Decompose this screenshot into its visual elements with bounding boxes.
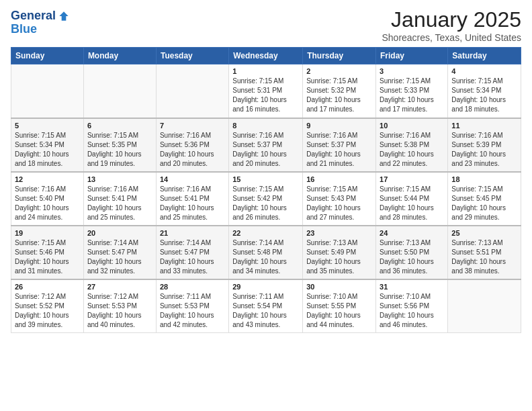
day-info: Sunrise: 7:14 AMSunset: 5:48 PMDaylight:… (232, 238, 299, 276)
day-info: Sunrise: 7:15 AMSunset: 5:42 PMDaylight:… (232, 185, 299, 222)
day-info: Sunrise: 7:15 AMSunset: 5:35 PMDaylight:… (87, 131, 152, 169)
calendar-cell: 1Sunrise: 7:15 AMSunset: 5:31 PMDaylight… (229, 64, 303, 118)
day-number: 3 (380, 67, 444, 75)
day-number: 2 (306, 67, 372, 75)
day-info: Sunrise: 7:15 AMSunset: 5:32 PMDaylight:… (306, 77, 372, 114)
calendar-week-row: 1Sunrise: 7:15 AMSunset: 5:31 PMDaylight… (11, 64, 521, 118)
calendar-cell: 2Sunrise: 7:15 AMSunset: 5:32 PMDaylight… (303, 64, 376, 118)
day-info: Sunrise: 7:14 AMSunset: 5:47 PMDaylight:… (160, 238, 225, 276)
calendar-cell: 24Sunrise: 7:13 AMSunset: 5:50 PMDayligh… (376, 226, 448, 279)
day-info: Sunrise: 7:15 AMSunset: 5:31 PMDaylight:… (232, 77, 299, 114)
logo-text: General (11, 9, 56, 23)
day-number: 6 (87, 122, 152, 130)
day-number: 26 (15, 283, 80, 291)
day-info: Sunrise: 7:10 AMSunset: 5:56 PMDaylight:… (380, 292, 444, 330)
calendar-cell (448, 279, 521, 333)
calendar-week-row: 5Sunrise: 7:15 AMSunset: 5:34 PMDaylight… (11, 118, 521, 172)
day-info: Sunrise: 7:16 AMSunset: 5:41 PMDaylight:… (160, 185, 225, 222)
day-number: 18 (451, 175, 517, 183)
calendar-cell: 27Sunrise: 7:12 AMSunset: 5:53 PMDayligh… (83, 279, 156, 333)
day-info: Sunrise: 7:13 AMSunset: 5:51 PMDaylight:… (451, 238, 517, 276)
day-info: Sunrise: 7:13 AMSunset: 5:50 PMDaylight:… (380, 238, 444, 276)
calendar-week-row: 19Sunrise: 7:15 AMSunset: 5:46 PMDayligh… (11, 226, 521, 279)
calendar-cell: 17Sunrise: 7:15 AMSunset: 5:44 PMDayligh… (376, 172, 448, 226)
day-number: 14 (160, 175, 225, 183)
calendar-cell (156, 64, 228, 118)
day-number: 27 (87, 283, 152, 291)
calendar-cell: 6Sunrise: 7:15 AMSunset: 5:35 PMDaylight… (83, 118, 156, 172)
calendar-cell: 3Sunrise: 7:15 AMSunset: 5:33 PMDaylight… (376, 64, 448, 118)
day-number: 28 (160, 283, 225, 291)
header: General Blue January 2025 Shoreacres, Te… (11, 7, 521, 43)
calendar-cell: 25Sunrise: 7:13 AMSunset: 5:51 PMDayligh… (448, 226, 521, 279)
day-number: 7 (160, 122, 225, 130)
day-info: Sunrise: 7:12 AMSunset: 5:53 PMDaylight:… (87, 292, 152, 330)
day-info: Sunrise: 7:16 AMSunset: 5:40 PMDaylight:… (15, 185, 80, 222)
calendar-cell: 5Sunrise: 7:15 AMSunset: 5:34 PMDaylight… (11, 118, 84, 172)
day-number: 24 (380, 229, 444, 237)
day-number: 23 (306, 229, 372, 237)
calendar-cell: 13Sunrise: 7:16 AMSunset: 5:41 PMDayligh… (83, 172, 156, 226)
day-info: Sunrise: 7:13 AMSunset: 5:49 PMDaylight:… (306, 238, 372, 276)
calendar-cell: 29Sunrise: 7:11 AMSunset: 5:54 PMDayligh… (229, 279, 303, 333)
day-number: 1 (232, 67, 299, 75)
weekday-header: Tuesday (156, 48, 228, 64)
day-number: 9 (306, 122, 372, 130)
calendar-cell: 28Sunrise: 7:11 AMSunset: 5:53 PMDayligh… (156, 279, 228, 333)
logo-icon (57, 9, 71, 23)
calendar-cell: 9Sunrise: 7:16 AMSunset: 5:37 PMDaylight… (303, 118, 376, 172)
calendar-cell: 16Sunrise: 7:15 AMSunset: 5:43 PMDayligh… (303, 172, 376, 226)
weekday-header: Wednesday (229, 48, 303, 64)
day-info: Sunrise: 7:16 AMSunset: 5:38 PMDaylight:… (380, 131, 444, 169)
calendar-week-row: 12Sunrise: 7:16 AMSunset: 5:40 PMDayligh… (11, 172, 521, 226)
calendar-cell: 11Sunrise: 7:16 AMSunset: 5:39 PMDayligh… (448, 118, 521, 172)
day-number: 11 (451, 122, 517, 130)
day-number: 16 (306, 175, 372, 183)
calendar-cell (11, 64, 84, 118)
calendar: SundayMondayTuesdayWednesdayThursdayFrid… (11, 47, 521, 333)
calendar-cell: 30Sunrise: 7:10 AMSunset: 5:55 PMDayligh… (303, 279, 376, 333)
day-info: Sunrise: 7:16 AMSunset: 5:37 PMDaylight:… (306, 131, 372, 169)
day-info: Sunrise: 7:16 AMSunset: 5:41 PMDaylight:… (87, 185, 152, 222)
day-number: 30 (306, 283, 372, 291)
calendar-cell: 20Sunrise: 7:14 AMSunset: 5:47 PMDayligh… (83, 226, 156, 279)
weekday-header: Saturday (448, 48, 521, 64)
calendar-cell: 23Sunrise: 7:13 AMSunset: 5:49 PMDayligh… (303, 226, 376, 279)
day-number: 4 (451, 67, 517, 75)
day-info: Sunrise: 7:15 AMSunset: 5:33 PMDaylight:… (380, 77, 444, 114)
day-info: Sunrise: 7:15 AMSunset: 5:34 PMDaylight:… (451, 77, 517, 114)
calendar-cell: 18Sunrise: 7:15 AMSunset: 5:45 PMDayligh… (448, 172, 521, 226)
day-number: 22 (232, 229, 299, 237)
day-number: 15 (232, 175, 299, 183)
day-info: Sunrise: 7:15 AMSunset: 5:44 PMDaylight:… (380, 185, 444, 222)
main-title: January 2025 (382, 7, 521, 32)
day-info: Sunrise: 7:16 AMSunset: 5:37 PMDaylight:… (232, 131, 299, 169)
page-container: General Blue January 2025 Shoreacres, Te… (0, 0, 532, 340)
day-info: Sunrise: 7:12 AMSunset: 5:52 PMDaylight:… (15, 292, 80, 330)
day-info: Sunrise: 7:15 AMSunset: 5:43 PMDaylight:… (306, 185, 372, 222)
day-info: Sunrise: 7:15 AMSunset: 5:34 PMDaylight:… (15, 131, 80, 169)
day-number: 12 (15, 175, 80, 183)
day-info: Sunrise: 7:15 AMSunset: 5:46 PMDaylight:… (15, 238, 80, 276)
calendar-cell: 31Sunrise: 7:10 AMSunset: 5:56 PMDayligh… (376, 279, 448, 333)
day-number: 25 (451, 229, 517, 237)
title-section: January 2025 Shoreacres, Texas, United S… (382, 7, 521, 43)
weekday-header: Friday (376, 48, 448, 64)
calendar-cell: 15Sunrise: 7:15 AMSunset: 5:42 PMDayligh… (229, 172, 303, 226)
day-info: Sunrise: 7:11 AMSunset: 5:54 PMDaylight:… (232, 292, 299, 330)
day-info: Sunrise: 7:10 AMSunset: 5:55 PMDaylight:… (306, 292, 372, 330)
weekday-header: Sunday (11, 48, 84, 64)
weekday-header: Monday (83, 48, 156, 64)
day-number: 20 (87, 229, 152, 237)
day-number: 13 (87, 175, 152, 183)
calendar-cell: 21Sunrise: 7:14 AMSunset: 5:47 PMDayligh… (156, 226, 228, 279)
day-number: 29 (232, 283, 299, 291)
calendar-week-row: 26Sunrise: 7:12 AMSunset: 5:52 PMDayligh… (11, 279, 521, 333)
day-number: 5 (15, 122, 80, 130)
day-number: 17 (380, 175, 444, 183)
day-info: Sunrise: 7:16 AMSunset: 5:36 PMDaylight:… (160, 131, 225, 169)
weekday-header: Thursday (303, 48, 376, 64)
calendar-cell: 10Sunrise: 7:16 AMSunset: 5:38 PMDayligh… (376, 118, 448, 172)
calendar-cell: 12Sunrise: 7:16 AMSunset: 5:40 PMDayligh… (11, 172, 84, 226)
calendar-cell: 7Sunrise: 7:16 AMSunset: 5:36 PMDaylight… (156, 118, 228, 172)
